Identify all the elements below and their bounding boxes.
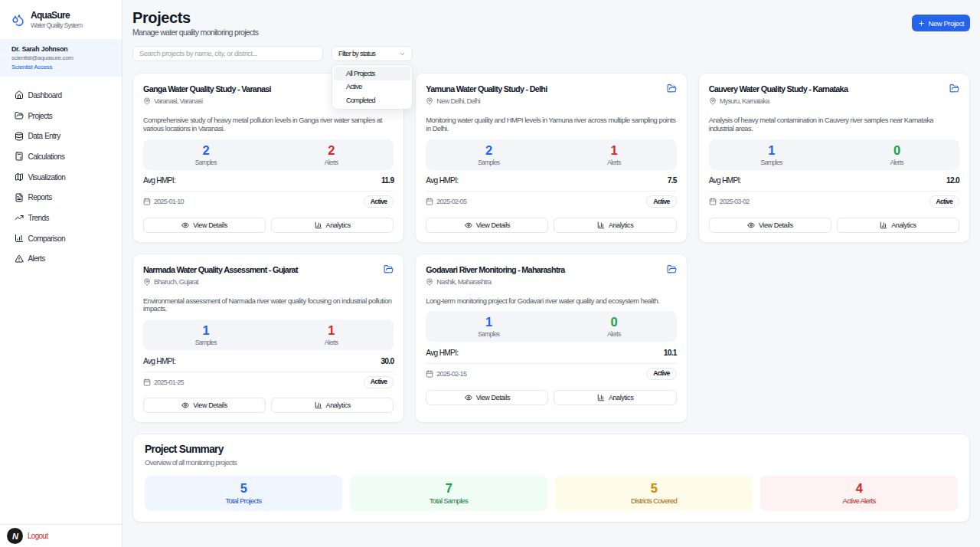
bar-chart-icon — [597, 221, 605, 229]
map-pin-icon — [709, 97, 717, 105]
samples-stat: 1 Samples — [143, 323, 269, 346]
avg-hmpi-row: Avg HMPI: 30.0 — [143, 357, 394, 365]
alerts-stat: 1 Alerts — [269, 323, 394, 346]
page-subtitle: Manage water quality monitoring projects — [132, 28, 258, 37]
project-stats: 2 Samples 2 Alerts — [143, 139, 394, 170]
avg-hmpi-row: Avg HMPI: 7.5 — [426, 176, 676, 185]
project-stats: 1 Samples 0 Alerts — [709, 139, 959, 170]
map-pin-icon — [426, 278, 433, 286]
sidebar-item-dashboard[interactable]: Dashboard — [0, 85, 122, 106]
summary-stat-value: 4 — [760, 480, 958, 496]
project-title: Narmada Water Quality Assessment - Gujar… — [143, 264, 298, 275]
bar-chart-icon — [315, 401, 322, 409]
user-role-badge: Scientist Access — [11, 64, 110, 70]
bar-chart-icon — [15, 234, 24, 243]
summary-stat-value: 5 — [145, 480, 342, 496]
folder-open-icon — [667, 84, 677, 93]
trending-up-icon — [15, 213, 24, 222]
nav-item-label: Dashboard — [28, 91, 62, 100]
alerts-stat: 0 Alerts — [551, 315, 677, 338]
nav-item-label: Alerts — [28, 254, 45, 263]
map-icon — [15, 172, 24, 182]
sidebar-item-calculations[interactable]: Calculations — [0, 146, 122, 167]
sidebar: AquaSure Water Quality System Dr. Sarah … — [0, 0, 122, 547]
folder-open-icon — [949, 84, 959, 93]
filter-option-completed[interactable]: Completed — [334, 93, 410, 107]
view-details-button[interactable]: View Details — [709, 218, 831, 233]
chevron-down-icon — [399, 51, 406, 57]
project-location: Mysuru, Karnataka — [709, 97, 848, 105]
page-title: Projects — [132, 10, 258, 25]
sidebar-item-reports[interactable]: Reports — [0, 187, 122, 208]
status-badge: Active — [646, 195, 676, 208]
nav-item-label: Data Entry — [28, 132, 60, 140]
sidebar-item-trends[interactable]: Trends — [0, 208, 122, 228]
summary-stat-box: 5 Districts Covered — [555, 476, 753, 511]
view-details-button[interactable]: View Details — [143, 218, 266, 233]
eye-icon — [181, 401, 189, 409]
folder-open-icon — [667, 264, 677, 274]
project-card-header: Cauvery Water Quality Study - Karnataka … — [709, 83, 959, 105]
bar-chart-icon — [315, 221, 322, 229]
analytics-button[interactable]: Analytics — [837, 218, 959, 233]
folder-open-icon — [384, 264, 394, 274]
page-header: Projects Manage water quality monitoring… — [132, 10, 970, 37]
projects-grid: Ganga Water Quality Study - Varanasi Var… — [132, 73, 970, 423]
analytics-button[interactable]: Analytics — [271, 398, 394, 413]
status-filter-select[interactable]: Filter by status — [332, 46, 413, 61]
sidebar-item-comparison[interactable]: Comparison — [0, 228, 122, 249]
avg-hmpi-value: 11.9 — [381, 176, 394, 185]
filter-option-all-projects[interactable]: All Projects — [334, 67, 410, 80]
file-text-icon — [15, 193, 24, 202]
map-pin-icon — [143, 97, 151, 105]
calendar-icon — [426, 370, 433, 378]
project-card-footer: 2025-01-10 Active — [143, 191, 394, 208]
summary-title: Project Summary — [145, 444, 958, 456]
sidebar-footer: N Logout — [0, 524, 122, 547]
project-summary-panel: Project Summary Overview of all monitori… — [132, 434, 970, 522]
calculator-icon — [15, 152, 24, 161]
project-location: Bharuch, Gujarat — [143, 278, 298, 286]
analytics-button[interactable]: Analytics — [271, 218, 394, 233]
avg-hmpi-row: Avg HMPI: 11.9 — [143, 176, 394, 185]
alert-triangle-icon — [15, 254, 24, 264]
status-badge: Active — [364, 195, 394, 208]
project-description: Long-term monitoring project for Godavar… — [426, 297, 676, 306]
app-name: AquaSure — [31, 10, 82, 21]
filter-option-active[interactable]: Active — [334, 80, 410, 94]
project-description: Analysis of heavy metal contamination in… — [709, 116, 959, 133]
map-pin-icon — [143, 278, 151, 286]
sidebar-nav: Dashboard Projects Data Entry Calculatio… — [0, 77, 122, 269]
logout-button[interactable]: Logout — [28, 532, 47, 540]
nav-item-label: Calculations — [28, 152, 65, 161]
analytics-button[interactable]: Analytics — [554, 390, 676, 405]
user-profile: Dr. Sarah Johnson scientist@aquasure.com… — [0, 40, 122, 77]
eye-icon — [465, 221, 472, 229]
nextjs-dev-badge[interactable]: N — [7, 528, 23, 544]
view-details-button[interactable]: View Details — [426, 390, 548, 405]
project-title: Yamuna Water Quality Study - Delhi — [426, 83, 547, 94]
sidebar-item-visualization[interactable]: Visualization — [0, 167, 122, 188]
summary-stat-value: 5 — [555, 480, 753, 496]
sidebar-item-data-entry[interactable]: Data Entry — [0, 126, 122, 146]
analytics-button[interactable]: Analytics — [554, 218, 676, 233]
project-date: 2025-03-02 — [709, 198, 750, 205]
nav-item-label: Reports — [28, 193, 52, 201]
sidebar-item-alerts[interactable]: Alerts — [0, 249, 122, 270]
project-card-footer: 2025-02-05 Active — [426, 191, 676, 208]
sidebar-item-projects[interactable]: Projects — [0, 106, 122, 126]
project-card-footer: 2025-03-02 Active — [709, 191, 959, 208]
search-input[interactable] — [132, 46, 323, 61]
project-actions: View Details Analytics — [143, 398, 394, 413]
avg-hmpi-value: 10.1 — [664, 349, 677, 357]
project-stats: 1 Samples 1 Alerts — [143, 319, 394, 350]
project-title: Ganga Water Quality Study - Varanasi — [143, 83, 271, 94]
samples-stat: 1 Samples — [426, 315, 551, 338]
summary-stat-box: 4 Active Alerts — [760, 476, 958, 511]
project-date: 2025-01-10 — [143, 198, 184, 205]
view-details-button[interactable]: View Details — [426, 218, 548, 233]
summary-stat-value: 7 — [350, 480, 547, 496]
view-details-button[interactable]: View Details — [143, 398, 266, 413]
eye-icon — [465, 394, 472, 401]
new-project-button[interactable]: New Project — [912, 15, 970, 31]
